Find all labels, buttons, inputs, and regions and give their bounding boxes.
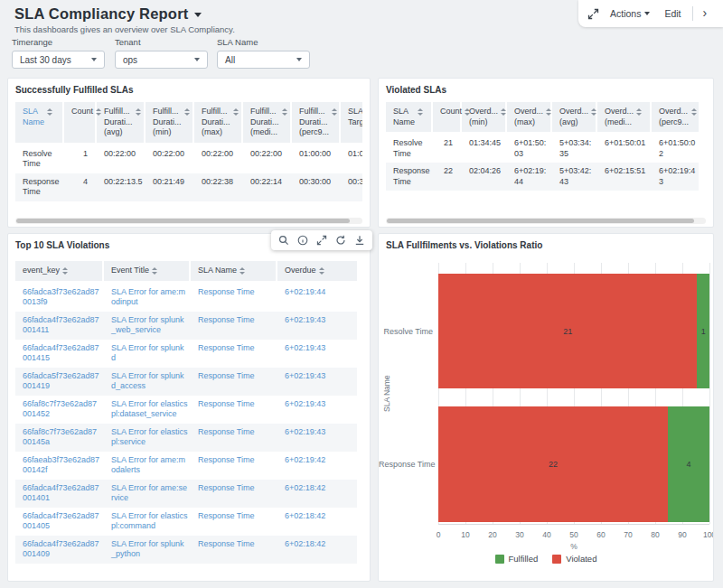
sort-icon[interactable] <box>418 108 423 116</box>
column-header-fulfill[interactable]: Fulfill... Durati... (avg) <box>97 102 146 145</box>
column-header-sla-name[interactable]: SLA Name <box>191 261 277 284</box>
h-scrollbar-thumb[interactable] <box>387 219 694 223</box>
legend-item-violated[interactable]: Violated <box>552 554 596 564</box>
cell-link[interactable]: Response Time <box>191 312 277 340</box>
cell-link[interactable]: 6+02:19:43 <box>277 396 357 424</box>
bar-segment-fulfilled-resolve-time[interactable]: 1 <box>697 274 709 388</box>
cell-link[interactable]: 66fadca4f73e62ad87001409 <box>15 536 104 564</box>
panel-title: Successfully Fulfilled SLAs <box>15 85 134 95</box>
cell-link[interactable]: 6+02:19:43 <box>277 312 357 340</box>
legend-item-fulfilled[interactable]: Fulfilled <box>495 554 539 564</box>
sort-icon[interactable] <box>239 267 245 275</box>
cell-link[interactable]: 6+02:19:43 <box>277 368 357 396</box>
h-scrollbar-track[interactable] <box>15 218 362 224</box>
expand-icon[interactable] <box>316 235 327 246</box>
cell-link[interactable]: 6+02:19:44 <box>277 284 357 312</box>
side-panel-chevron-button[interactable]: › <box>700 5 710 22</box>
sort-icon[interactable] <box>691 108 697 116</box>
column-header-overd[interactable]: Overd... (perc9... <box>652 102 699 135</box>
cell-link[interactable]: SLA Error for elasticspl:service <box>104 424 191 452</box>
bar-segment-fulfilled-response-time[interactable]: 4 <box>668 406 709 522</box>
actions-button[interactable]: Actions <box>606 5 653 22</box>
cell-link[interactable]: 6+02:19:42 <box>277 452 357 480</box>
sort-icon[interactable] <box>319 267 324 275</box>
cell-link[interactable]: 6+02:18:42 <box>277 508 357 536</box>
cell-link[interactable]: SLA Error for ame:service <box>104 480 191 508</box>
cell-link[interactable]: SLA Error for elasticspl:command <box>104 508 191 536</box>
sort-icon[interactable] <box>47 108 52 116</box>
tenant-dropdown[interactable]: ops <box>115 51 208 69</box>
cell-link[interactable]: Response Time <box>191 424 277 452</box>
bar-segment-violated-response-time[interactable]: 22 <box>438 406 668 522</box>
cell-link[interactable]: SLA Error for ame:modalerts <box>104 452 191 480</box>
column-header-sla[interactable]: SLA Name <box>386 102 433 135</box>
cell-link[interactable]: Response Time <box>191 480 277 508</box>
h-scrollbar-thumb[interactable] <box>16 219 350 223</box>
cell-link[interactable]: SLA Error for ame:modinput <box>104 284 191 312</box>
sort-icon[interactable] <box>96 108 101 116</box>
column-header-fulfill[interactable]: Fulfill... Durati... (medi... <box>243 102 292 145</box>
cell-link[interactable]: 66fadca3f73e62ad870013f9 <box>15 284 104 312</box>
cell-link[interactable]: SLA Error for splunkd_access <box>104 368 191 396</box>
sort-icon[interactable] <box>62 267 68 275</box>
cell-link[interactable]: 66faf8c7f73e62ad8700145a <box>15 424 104 452</box>
timerange-dropdown[interactable]: Last 30 days <box>12 51 105 69</box>
cell-link[interactable]: 6+02:18:42 <box>277 480 357 508</box>
info-icon[interactable] <box>297 235 308 246</box>
sort-icon[interactable] <box>591 108 596 116</box>
cell-link[interactable]: 66faeab3f73e62ad8700142f <box>15 452 104 480</box>
column-header-fulfill[interactable]: Fulfill... Durati... (min) <box>146 102 194 145</box>
sort-icon[interactable] <box>184 108 190 116</box>
bar-segment-violated-resolve-time[interactable]: 21 <box>438 274 697 388</box>
column-header-overd[interactable]: Overd... (min) <box>462 102 507 135</box>
fullscreen-expand-button[interactable] <box>587 8 599 20</box>
cell-link[interactable]: Response Time <box>191 368 277 396</box>
cell-link[interactable]: 66fadca4f73e62ad87001411 <box>15 312 104 340</box>
column-header-overd[interactable]: Overd... (medi... <box>597 102 652 135</box>
cell-link[interactable]: Response Time <box>191 452 277 480</box>
column-header-count[interactable]: Count <box>433 102 462 135</box>
cell-link[interactable]: 66fadca4f73e62ad87001401 <box>15 480 104 508</box>
cell-link[interactable]: Response Time <box>191 340 277 368</box>
search-icon[interactable] <box>278 235 289 246</box>
sort-icon[interactable] <box>152 267 157 275</box>
cell-link[interactable]: 6+02:19:43 <box>277 424 357 452</box>
cell-link[interactable]: SLA Error for splunk_web_service <box>104 312 191 340</box>
sort-icon[interactable] <box>636 108 642 116</box>
cell-link[interactable]: 66fadca4f73e62ad87001415 <box>15 340 104 368</box>
sort-icon[interactable] <box>136 108 141 116</box>
cell-link[interactable]: 6+02:18:42 <box>277 536 357 564</box>
sort-icon[interactable] <box>233 108 239 116</box>
sla-name-dropdown[interactable]: All <box>217 51 310 69</box>
cell-link[interactable]: Response Time <box>191 396 277 424</box>
column-header-count[interactable]: Count <box>64 102 97 145</box>
cell-link[interactable]: 66fadca5f73e62ad87001419 <box>15 368 104 396</box>
sort-icon[interactable] <box>282 108 287 116</box>
column-header-label: Overd... (max) <box>514 107 543 127</box>
column-header-overdue[interactable]: Overdue <box>277 261 357 284</box>
sort-icon[interactable] <box>501 108 506 116</box>
edit-button[interactable]: Edit <box>661 5 684 22</box>
sort-icon[interactable] <box>546 108 551 116</box>
column-header-overd[interactable]: Overd... (avg) <box>552 102 597 135</box>
column-header-fulfill[interactable]: Fulfill... Durati... (max) <box>194 102 243 145</box>
column-header-event-title[interactable]: Event Title <box>104 261 191 284</box>
cell-link[interactable]: 6+02:19:43 <box>277 340 357 368</box>
cell-link[interactable]: Response Time <box>191 508 277 536</box>
column-header-event-key[interactable]: event_key <box>15 261 104 284</box>
cell-link[interactable]: SLA Error for splunk_python <box>104 536 191 564</box>
cell-link[interactable]: Response Time <box>191 284 277 312</box>
cell-link[interactable]: SLA Error for elasticspl:dataset_service <box>104 396 191 424</box>
sort-icon[interactable] <box>332 108 337 116</box>
refresh-icon[interactable] <box>335 235 346 246</box>
cell-link[interactable]: 66faf8c7f73e62ad87001452 <box>15 396 104 424</box>
title-menu-caret-icon[interactable] <box>194 13 202 17</box>
cell-link[interactable]: Response Time <box>191 536 277 564</box>
cell-link[interactable]: SLA Error for splunkd <box>104 340 191 368</box>
column-header-overd[interactable]: Overd... (max) <box>507 102 552 135</box>
h-scrollbar-track[interactable] <box>386 218 706 224</box>
column-header-fulfill[interactable]: Fulfill... Durati... (perc9... <box>292 102 341 145</box>
cell-link[interactable]: 66fadca4f73e62ad87001405 <box>15 508 104 536</box>
column-header-sla[interactable]: SLA Name <box>15 102 64 145</box>
download-icon[interactable] <box>354 235 365 246</box>
